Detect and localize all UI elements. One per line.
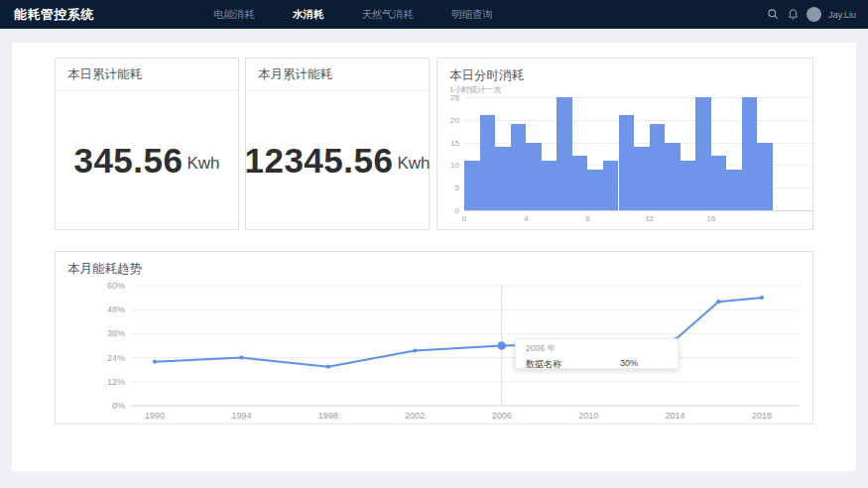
data-point[interactable] [760, 296, 764, 300]
bar[interactable] [464, 161, 480, 210]
hourly-chart-title: 本日分时消耗 [449, 67, 524, 84]
bell-icon[interactable] [787, 8, 800, 21]
bar[interactable] [650, 124, 666, 210]
y-axis-label: 10 [437, 161, 459, 170]
x-axis-label: 2002 [405, 411, 425, 421]
x-axis-label: 16 [700, 214, 722, 223]
nav-right-group: Jay.Liu [767, 0, 856, 29]
tooltip-value: 30% [620, 358, 638, 371]
x-axis-label: 1990 [145, 411, 165, 421]
nav-item-water[interactable]: 水消耗 [274, 0, 343, 29]
bar[interactable] [526, 143, 542, 210]
bar[interactable] [511, 124, 527, 210]
bar[interactable] [726, 170, 742, 210]
app-title: 能耗管控系统 [0, 6, 94, 24]
main-menu: 电能消耗 水消耗 天然气消耗 明细查询 [194, 0, 512, 29]
y-axis-label: 48% [107, 305, 125, 314]
tooltip-row: 数据名称 30% [526, 358, 668, 371]
x-axis-label: 2006 [492, 411, 512, 421]
x-axis-label: 4 [515, 214, 537, 223]
card-daily-title: 本日累计能耗 [56, 59, 238, 91]
data-point[interactable] [153, 360, 157, 364]
daily-kpi-unit: Kwh [186, 154, 219, 174]
card-daily-total: 本日累计能耗 345.56 Kwh [55, 58, 239, 230]
x-axis-label: 2010 [578, 411, 598, 421]
bar[interactable] [757, 143, 773, 210]
bar[interactable] [665, 143, 681, 210]
card-hourly-consumption: 本日分时消耗 1小时统计一次 05101520250481216 [436, 58, 813, 230]
card-monthly-trend: 本月能耗趋势 0%12%24%36%48%60%1990199419982002… [55, 251, 813, 425]
bar[interactable] [634, 147, 650, 210]
data-point[interactable] [326, 365, 330, 369]
data-point[interactable] [716, 300, 720, 304]
x-axis-label: 0 [453, 214, 475, 223]
bar[interactable] [557, 97, 572, 210]
y-axis-label: 15 [437, 139, 459, 148]
bar[interactable] [681, 161, 696, 210]
y-axis-label: 20 [437, 116, 459, 125]
hourly-bar-chart[interactable]: 05101520250481216 [437, 97, 814, 228]
bar[interactable] [572, 156, 588, 210]
bar[interactable] [711, 156, 727, 210]
bar[interactable] [695, 97, 711, 210]
bar[interactable] [480, 115, 496, 210]
bar[interactable] [619, 115, 635, 210]
tooltip-series-label: 数据名称 [526, 358, 620, 371]
monthly-kpi-value: 12345.56 [244, 141, 393, 181]
y-axis-label: 24% [107, 353, 125, 363]
bar[interactable] [742, 97, 758, 210]
user-name: Jay.Liu [828, 10, 856, 20]
y-axis-label: 25 [437, 93, 459, 102]
y-axis-label: 60% [107, 281, 125, 291]
nav-item-detail-query[interactable]: 明细查询 [433, 0, 512, 29]
x-axis-label: 12 [639, 214, 661, 223]
monthly-kpi-unit: Kwh [397, 154, 430, 174]
chart-tooltip: 2006 年 数据名称 30% [515, 338, 679, 369]
user-avatar[interactable] [806, 7, 821, 22]
x-axis-label: 2018 [752, 411, 772, 421]
card-monthly-title: 本月累计能耗 [246, 59, 429, 91]
y-axis-label: 5 [437, 183, 459, 192]
hovered-data-point[interactable] [498, 341, 506, 349]
x-axis-label: 8 [576, 214, 598, 223]
grid-line [464, 97, 812, 98]
daily-kpi-value: 345.56 [73, 141, 183, 181]
y-axis-label: 36% [107, 328, 125, 338]
grid-line [464, 120, 812, 121]
y-axis-label: 0% [112, 401, 125, 411]
grid-line [464, 210, 812, 211]
y-axis-label: 12% [107, 377, 125, 387]
x-axis-label: 2014 [666, 411, 685, 421]
data-point[interactable] [413, 348, 417, 352]
trend-line-chart[interactable]: 0%12%24%36%48%60%19901994199820022006201… [56, 252, 814, 426]
bar[interactable] [587, 170, 603, 210]
nav-item-electricity[interactable]: 电能消耗 [194, 0, 274, 29]
card-monthly-total: 本月累计能耗 12345.56 Kwh [245, 58, 430, 230]
bar[interactable] [542, 161, 558, 210]
card-monthly-body: 12345.56 Kwh [246, 91, 429, 229]
data-point[interactable] [239, 356, 243, 360]
card-daily-body: 345.56 Kwh [56, 91, 238, 229]
x-axis-label: 1994 [231, 411, 251, 421]
bar[interactable] [495, 147, 511, 210]
bar[interactable] [603, 161, 619, 210]
nav-item-gas[interactable]: 天然气消耗 [343, 0, 434, 29]
search-icon[interactable] [767, 8, 780, 21]
x-axis-label: 1998 [318, 411, 338, 421]
top-nav: 能耗管控系统 电能消耗 水消耗 天然气消耗 明细查询 Jay.Liu [0, 0, 868, 29]
tooltip-year: 2006 年 [526, 343, 668, 355]
